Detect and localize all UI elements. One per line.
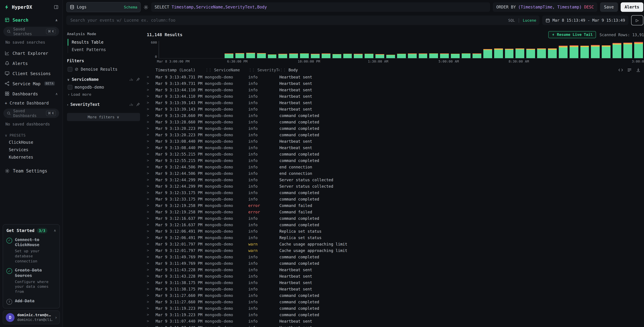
row-expand-chevron[interactable]: > xyxy=(147,132,156,137)
row-expand-chevron[interactable]: > xyxy=(147,184,156,188)
row-expand-chevron[interactable]: > xyxy=(147,216,156,220)
log-row[interactable]: >Mar 9 3:12:01.797 PMmongodb-demowarnCac… xyxy=(144,241,644,247)
row-expand-chevron[interactable]: > xyxy=(147,274,156,278)
source-schema-link[interactable]: Schema xyxy=(124,5,138,9)
col-body[interactable]: Body xyxy=(288,68,298,72)
pin-icon[interactable] xyxy=(136,102,140,106)
log-row[interactable]: >Mar 9 3:11:07.440 PMmongodb-demoinfoHea… xyxy=(144,324,644,327)
log-row[interactable]: >Mar 9 3:12:16.637 PMmongodb-demoinfocom… xyxy=(144,222,644,228)
sql-select-editor[interactable]: SELECT Timestamp,ServiceName,SeverityTex… xyxy=(151,2,490,12)
log-row[interactable]: >Mar 9 3:11:27.660 PMmongodb-demoinfocom… xyxy=(144,298,644,305)
col-timestamp[interactable]: Timestamp (Local) xyxy=(156,68,195,72)
row-expand-chevron[interactable]: > xyxy=(147,293,156,298)
sidebar-item-client-sessions[interactable]: Client Sessions xyxy=(0,68,62,78)
row-expand-chevron[interactable]: > xyxy=(147,203,156,208)
column-drag-handle-icon[interactable]: ⋮⋮ xyxy=(205,68,212,72)
log-row[interactable]: >Mar 9 3:13:39.143 PMmongodb-demoinfoHea… xyxy=(144,100,644,106)
more-filters-button[interactable]: More filters ∨ xyxy=(67,113,140,121)
log-row[interactable]: >Mar 9 3:12:06.491 PMmongodb-demoinfoRep… xyxy=(144,228,644,234)
log-row[interactable]: >Mar 9 3:12:19.258 PMmongodb-demoerrorCo… xyxy=(144,209,644,215)
row-expand-chevron[interactable]: > xyxy=(147,210,156,214)
log-row[interactable]: >Mar 9 3:13:49.731 PMmongodb-demoinfoHea… xyxy=(144,80,644,86)
row-expand-chevron[interactable]: > xyxy=(147,158,156,163)
row-expand-chevron[interactable]: > xyxy=(147,319,156,323)
log-row[interactable]: >Mar 9 3:11:38.175 PMmongodb-demoinfoHea… xyxy=(144,279,644,286)
column-drag-handle-icon[interactable]: ⋮⋮ xyxy=(248,68,255,72)
row-expand-chevron[interactable]: > xyxy=(147,325,156,327)
sidebar-item-chart-explorer[interactable]: Chart Explorer xyxy=(0,48,62,58)
row-expand-chevron[interactable]: > xyxy=(147,139,156,144)
sidebar-item-dashboards[interactable]: Dashboards ∧ xyxy=(0,88,62,99)
log-row[interactable]: >Mar 9 3:13:08.440 PMmongodb-demoinfoHea… xyxy=(144,138,644,144)
download-icon[interactable] xyxy=(636,68,640,72)
log-row[interactable]: >Mar 9 3:13:20.223 PMmongodb-demoinfocom… xyxy=(144,125,644,132)
row-expand-chevron[interactable]: > xyxy=(147,113,156,118)
log-row[interactable]: >Mar 9 3:13:44.110 PMmongodb-demoinfoHea… xyxy=(144,93,644,100)
log-row[interactable]: >Mar 9 3:12:16.637 PMmongodb-demoinfocom… xyxy=(144,215,644,222)
sidebar-item-search[interactable]: Search ∧ xyxy=(0,14,62,26)
row-expand-chevron[interactable]: > xyxy=(147,248,156,252)
col-severitytext[interactable]: SeverityText xyxy=(258,68,280,72)
log-row[interactable]: >Mar 9 3:13:20.223 PMmongodb-demoinfocom… xyxy=(144,132,644,138)
log-row[interactable]: >Mar 9 3:13:39.143 PMmongodb-demoinfoHea… xyxy=(144,106,644,112)
run-query-button[interactable]: ▷ xyxy=(631,15,643,25)
lang-toggle-sql[interactable]: SQL xyxy=(508,18,515,22)
create-dashboard-button[interactable]: + Create Dashboard xyxy=(0,99,62,108)
log-row[interactable]: >Mar 9 3:11:27.660 PMmongodb-demoinfocom… xyxy=(144,292,644,298)
log-row[interactable]: >Mar 9 3:12:44.506 PMmongodb-demoinfoend… xyxy=(144,164,644,170)
get-started-item-sources[interactable]: ✓ Create Data Sources Configure where yo… xyxy=(6,268,56,294)
get-started-header[interactable]: Get Started 3/3 ∧ xyxy=(6,228,56,233)
log-row[interactable]: >Mar 9 3:13:49.731 PMmongodb-demoinfoHea… xyxy=(144,74,644,80)
row-expand-chevron[interactable]: > xyxy=(147,280,156,285)
row-expand-chevron[interactable]: > xyxy=(147,107,156,111)
mode-event-patterns[interactable]: Event Patterns xyxy=(68,46,140,53)
row-expand-chevron[interactable]: > xyxy=(147,312,156,317)
row-expand-chevron[interactable]: > xyxy=(147,100,156,105)
row-expand-chevron[interactable]: > xyxy=(147,197,156,201)
saved-searches-input[interactable]: Saved Searches ⌘ K xyxy=(4,27,59,36)
saved-dashboards-input[interactable]: Saved Dashboards ⌘ K xyxy=(4,108,59,118)
row-expand-chevron[interactable]: > xyxy=(147,190,156,195)
mini-bar-chart-icon[interactable] xyxy=(129,102,133,106)
row-expand-chevron[interactable]: > xyxy=(147,88,156,92)
log-row[interactable]: >Mar 9 3:12:19.258 PMmongodb-demoerrorCo… xyxy=(144,202,644,209)
log-row[interactable]: >Mar 9 3:12:01.797 PMmongodb-demowarnCac… xyxy=(144,247,644,254)
row-expand-chevron[interactable]: > xyxy=(147,171,156,176)
denoise-checkbox[interactable] xyxy=(68,67,72,72)
log-row[interactable]: >Mar 9 3:12:33.175 PMmongodb-demoinfocom… xyxy=(144,189,644,196)
load-more-button[interactable]: › Load more xyxy=(68,92,140,97)
log-row[interactable]: >Mar 9 3:11:43.228 PMmongodb-demoinfoHea… xyxy=(144,266,644,273)
log-row[interactable]: >Mar 9 3:12:44.506 PMmongodb-demoinfoend… xyxy=(144,170,644,176)
row-expand-chevron[interactable]: > xyxy=(147,126,156,130)
preset-services[interactable]: Services xyxy=(0,146,62,154)
log-row[interactable]: >Mar 9 3:11:07.440 PMmongodb-demoinfoHea… xyxy=(144,318,644,324)
log-row[interactable]: >Mar 9 3:12:33.175 PMmongodb-demoinfocom… xyxy=(144,196,644,202)
row-expand-chevron[interactable]: > xyxy=(147,306,156,310)
mode-results-table[interactable]: Results Table xyxy=(68,39,140,46)
get-started-item-add-data[interactable]: ? Add Data xyxy=(6,298,56,305)
row-expand-chevron[interactable]: > xyxy=(147,268,156,272)
row-expand-chevron[interactable]: > xyxy=(147,229,156,233)
row-expand-chevron[interactable]: > xyxy=(147,81,156,86)
filter-option-mongodb-demo[interactable]: mongodb-demo xyxy=(68,85,140,90)
pin-icon[interactable] xyxy=(136,78,140,82)
row-expand-chevron[interactable]: > xyxy=(147,287,156,291)
row-expand-chevron[interactable]: > xyxy=(147,222,156,227)
sidebar-item-service-map[interactable]: Service Map BETA xyxy=(0,78,62,88)
date-range-picker[interactable]: Mar 8 15:13:49 - Mar 9 15:13:49 xyxy=(542,16,628,25)
sidebar-item-team-settings[interactable]: Team Settings xyxy=(0,166,62,176)
code-icon[interactable] xyxy=(618,68,623,72)
row-expand-chevron[interactable]: > xyxy=(147,261,156,266)
alerts-button[interactable]: Alerts xyxy=(620,2,643,12)
preset-clickhouse[interactable]: ClickHouse xyxy=(0,139,62,146)
row-expand-chevron[interactable]: > xyxy=(147,94,156,98)
log-row[interactable]: >Mar 9 3:13:28.660 PMmongodb-demoinfocom… xyxy=(144,112,644,119)
presets-section-header[interactable]: ∨ PRESETS xyxy=(5,133,58,137)
row-expand-chevron[interactable]: > xyxy=(147,146,156,150)
row-expand-chevron[interactable]: > xyxy=(147,178,156,182)
row-expand-chevron[interactable]: > xyxy=(147,120,156,124)
log-row[interactable]: >Mar 9 3:11:19.223 PMmongodb-demoinfocom… xyxy=(144,305,644,312)
log-row[interactable]: >Mar 9 3:11:43.228 PMmongodb-demoinfoHea… xyxy=(144,273,644,279)
source-select[interactable]: Logs Schema xyxy=(66,2,141,12)
filter-group-severitytext[interactable]: › SeverityText xyxy=(67,102,140,107)
